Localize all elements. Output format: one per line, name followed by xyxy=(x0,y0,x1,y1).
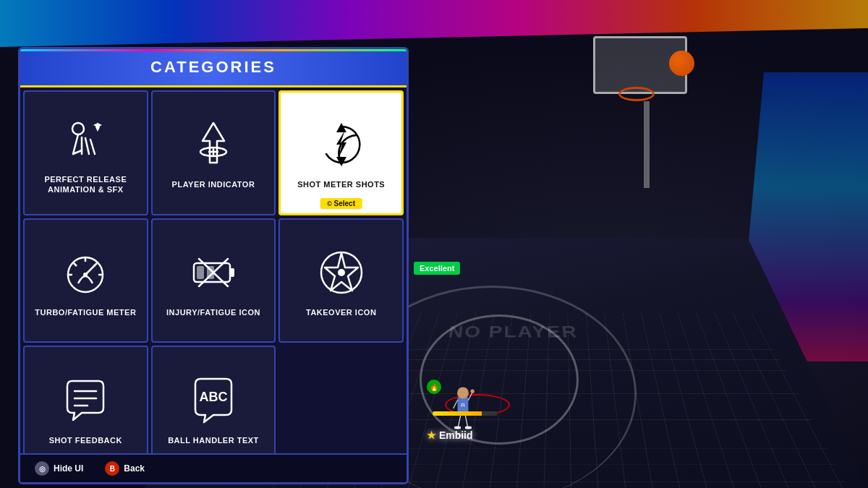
svg-point-12 xyxy=(72,123,84,134)
perfect-release-icon xyxy=(56,111,114,168)
svg-line-6 xyxy=(454,400,458,408)
category-shot-feedback[interactable]: SHOT FEEDBACK xyxy=(23,346,148,471)
select-badge[interactable]: Select xyxy=(320,198,362,209)
category-shot-meter[interactable]: SHOT METER SHOTS Select xyxy=(278,90,404,215)
svg-line-17 xyxy=(90,140,95,154)
categories-panel: CATEGORIES PERFECT RELEASEANIMATIO xyxy=(18,47,409,484)
takeover-label: TAKEOVER ICON xyxy=(306,307,376,317)
svg-rect-10 xyxy=(454,427,461,429)
rim xyxy=(618,87,655,101)
takeover-icon xyxy=(312,244,370,301)
svg-line-29 xyxy=(74,263,77,266)
player-indicator-label: PLAYER INDICATOR xyxy=(172,179,255,189)
shot-meter-label: SHOT METER SHOTS xyxy=(297,179,385,189)
stamina-bar-container xyxy=(433,410,498,416)
injury-fatigue-icon xyxy=(184,244,242,301)
panel-header: CATEGORIES xyxy=(20,49,407,87)
ball-handler-icon: ABC xyxy=(184,372,242,429)
back-label: Back xyxy=(124,463,145,474)
svg-line-16 xyxy=(85,138,89,154)
turbo-fatigue-icon xyxy=(56,244,114,301)
shot-feedback-icon xyxy=(56,372,114,429)
player-figure: 21 xyxy=(438,380,488,430)
stamina-bar xyxy=(433,411,498,416)
bottom-bar: ◎ Hide UI B Back xyxy=(20,453,409,482)
svg-point-8 xyxy=(471,390,475,393)
turbo-fatigue-label: TURBO/FATIGUE METER xyxy=(35,307,136,317)
category-player-indicator[interactable]: PLAYER INDICATOR xyxy=(151,90,276,215)
svg-line-7 xyxy=(468,393,472,401)
stamina-fill xyxy=(433,411,482,416)
hide-ui-label: Hide UI xyxy=(54,463,83,474)
shot-feedback-label: SHOT FEEDBACK xyxy=(49,435,122,445)
hide-ui-action[interactable]: ◎ Hide UI xyxy=(35,461,83,476)
perfect-release-label: PERFECT RELEASEANIMATION & SFX xyxy=(44,174,127,195)
category-turbo-fatigue[interactable]: TURBO/FATIGUE METER xyxy=(23,218,148,343)
basketball xyxy=(669,51,694,76)
category-takeover[interactable]: TAKEOVER ICON xyxy=(278,218,404,343)
svg-line-13 xyxy=(73,134,78,154)
pole xyxy=(644,101,650,188)
top-banner xyxy=(0,0,868,47)
shot-meter-icon xyxy=(312,116,370,174)
back-action[interactable]: B Back xyxy=(105,461,145,476)
hide-ui-button[interactable]: ◎ xyxy=(35,461,49,476)
player-indicator-icon xyxy=(184,116,242,174)
player-name: Embiid xyxy=(427,429,473,441)
takeover-hud-icon: 🔥 xyxy=(427,380,441,394)
category-injury-fatigue[interactable]: INJURY/FATIGUE ICON xyxy=(151,218,276,343)
ball-handler-label: BALL HANDLER TEXT xyxy=(168,435,259,445)
backboard-area xyxy=(579,22,723,166)
back-button[interactable]: B xyxy=(105,461,119,476)
categories-grid: PERFECT RELEASEANIMATION & SFX PLAYER IN… xyxy=(20,87,407,474)
excellent-badge: Excellent xyxy=(414,262,460,275)
svg-text:21: 21 xyxy=(461,403,465,407)
category-ball-handler[interactable]: ABC BALL HANDLER TEXT xyxy=(151,346,276,471)
svg-rect-11 xyxy=(465,427,472,429)
svg-rect-33 xyxy=(230,268,234,277)
takeover-icons-hud: 🔥 xyxy=(427,380,441,395)
panel-title: CATEGORIES xyxy=(29,58,398,77)
svg-point-40 xyxy=(338,269,345,276)
svg-text:ABC: ABC xyxy=(199,390,227,404)
injury-fatigue-label: INJURY/FATIGUE ICON xyxy=(166,307,260,317)
svg-rect-34 xyxy=(197,266,204,279)
category-perfect-release[interactable]: PERFECT RELEASEANIMATION & SFX xyxy=(23,90,148,215)
court-text: NO PLAYER xyxy=(447,322,579,341)
svg-point-9 xyxy=(457,388,469,399)
